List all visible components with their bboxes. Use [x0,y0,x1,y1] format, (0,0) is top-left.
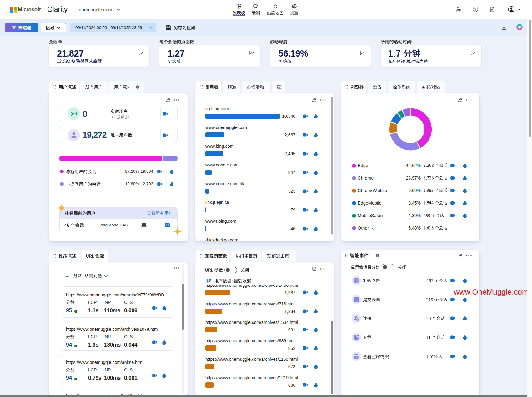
svg-text:?: ? [474,7,476,11]
